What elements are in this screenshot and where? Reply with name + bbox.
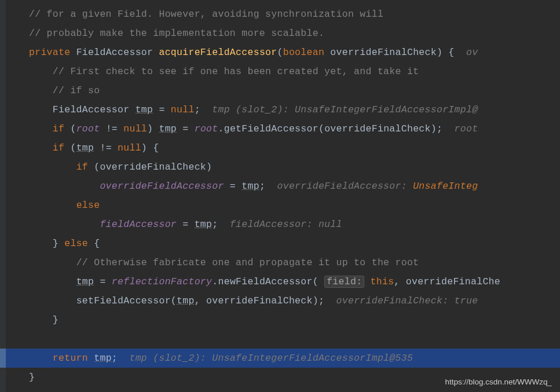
text: }: [53, 314, 58, 325]
text: ,: [195, 295, 206, 306]
inline-hint: overrideFieldAccessor:: [277, 181, 413, 192]
gutter-highlight: [0, 349, 6, 368]
inline-hint: overrideFinalCheck: true: [336, 295, 478, 306]
comment: // probably make the implementation more…: [29, 28, 324, 39]
text: =: [153, 104, 171, 115]
code-line[interactable]: }: [0, 310, 560, 329]
watermark: https://blog.csdn.net/WWWzq_: [445, 378, 552, 386]
code-line[interactable]: [0, 329, 560, 349]
keyword-boolean: boolean: [283, 47, 324, 58]
parameter: overrideFinalChe: [406, 276, 500, 287]
inline-hint: UnsafeInteg: [413, 181, 478, 192]
code-line[interactable]: fieldAccessor = tmp; fieldAccessor: null: [0, 215, 560, 234]
text: =: [177, 219, 195, 230]
variable: tmp: [94, 353, 112, 364]
keyword-null: null: [171, 104, 195, 115]
field-ref: overrideFieldAccessor: [100, 181, 224, 192]
code-line[interactable]: setFieldAccessor(tmp, overrideFinalCheck…: [0, 291, 560, 310]
text: ;: [195, 104, 200, 115]
parameter: overrideFinalCheck: [324, 123, 431, 134]
inline-hint: fieldAccessor: null: [230, 219, 342, 230]
code-line[interactable]: FieldAccessor tmp = null; tmp (slot_2): …: [0, 100, 560, 119]
keyword-if: if: [53, 123, 64, 134]
code-line[interactable]: } else {: [0, 234, 560, 253]
keyword-else: else: [64, 238, 88, 249]
inline-hint: root: [455, 123, 478, 134]
keyword-private: private: [29, 47, 70, 58]
variable: tmp: [241, 181, 259, 192]
inline-hint: tmp (slot_2): UnsafeIntegerFieldAccessor…: [212, 104, 478, 115]
keyword-if: if: [53, 142, 64, 153]
field-ref: root: [195, 123, 218, 134]
text: ;: [437, 123, 442, 134]
text: ;: [319, 295, 324, 306]
code-line[interactable]: else: [0, 196, 560, 215]
code-line[interactable]: // First check to see if one has been cr…: [0, 62, 560, 81]
text: =: [177, 123, 195, 134]
method-call: setFieldAccessor: [76, 295, 171, 306]
code-line[interactable]: // probably make the implementation more…: [0, 24, 560, 43]
code-line[interactable]: overrideFieldAccessor = tmp; overrideFie…: [0, 177, 560, 196]
code-line[interactable]: if (root != null) tmp = root.getFieldAcc…: [0, 119, 560, 138]
code-line[interactable]: // if so: [0, 81, 560, 100]
keyword-this: this: [371, 276, 394, 287]
text: !=: [94, 142, 118, 153]
text: ): [147, 123, 159, 134]
text: ;: [259, 181, 265, 192]
code-line[interactable]: if (overrideFinalCheck): [0, 157, 560, 177]
comment: // if so: [53, 85, 100, 96]
method-name: acquireFieldAccessor: [159, 47, 277, 58]
variable: tmp: [136, 104, 153, 115]
method-call: newFieldAccessor: [218, 276, 312, 287]
parameter: overrideFinalCheck: [330, 47, 437, 58]
text: ;: [212, 219, 218, 230]
parameter: overrideFinalCheck: [100, 162, 206, 173]
variable: tmp: [195, 219, 213, 230]
keyword-else: else: [76, 200, 100, 211]
inline-hint: tmp (slot_2): UnsafeIntegerFieldAccessor…: [129, 353, 413, 364]
comment: // Otherwise fabricate one and propagate…: [76, 257, 419, 268]
code-line[interactable]: // for a given Field. However, avoiding …: [0, 5, 560, 24]
keyword-null: null: [123, 123, 147, 134]
code-line[interactable]: // Otherwise fabricate one and propagate…: [0, 253, 560, 272]
text: ;: [112, 353, 118, 364]
code-line[interactable]: tmp = reflectionFactory.newFieldAccessor…: [0, 272, 560, 291]
parameter: overrideFinalCheck: [206, 295, 313, 306]
text: =: [224, 181, 242, 192]
field-ref: fieldAccessor: [100, 219, 177, 230]
text: .: [218, 123, 224, 134]
text: }: [53, 238, 64, 249]
keyword-if: if: [76, 162, 88, 173]
code-editor[interactable]: // for a given Field. However, avoiding …: [0, 0, 560, 387]
text: .: [212, 276, 218, 287]
param-hint: field:: [324, 276, 364, 288]
text: !=: [100, 123, 123, 134]
code-line[interactable]: if (tmp != null) {: [0, 138, 560, 157]
text: {: [88, 238, 100, 249]
type: FieldAccessor: [53, 104, 130, 115]
gutter: [0, 0, 6, 392]
variable: tmp: [177, 295, 195, 306]
inline-hint: ov: [466, 47, 478, 58]
keyword-return: return: [53, 353, 88, 364]
comment: // First check to see if one has been cr…: [53, 66, 419, 77]
text: ,: [394, 276, 405, 287]
code-line[interactable]: private FieldAccessor acquireFieldAccess…: [0, 43, 560, 62]
variable: tmp: [76, 142, 94, 153]
text: ) {: [437, 47, 455, 58]
variable: tmp: [159, 123, 177, 134]
text: }: [29, 372, 35, 383]
text: ) {: [141, 142, 159, 153]
code-line-current[interactable]: return tmp; tmp (slot_2): UnsafeIntegerF…: [0, 349, 560, 368]
field-ref: root: [76, 123, 100, 134]
field-ref: reflectionFactory: [112, 276, 212, 287]
variable: tmp: [76, 276, 94, 287]
type: FieldAccessor: [76, 47, 153, 58]
text: =: [94, 276, 112, 287]
comment: // for a given Field. However, avoiding …: [29, 9, 383, 20]
keyword-null: null: [118, 142, 141, 153]
method-call: getFieldAccessor: [224, 123, 319, 134]
